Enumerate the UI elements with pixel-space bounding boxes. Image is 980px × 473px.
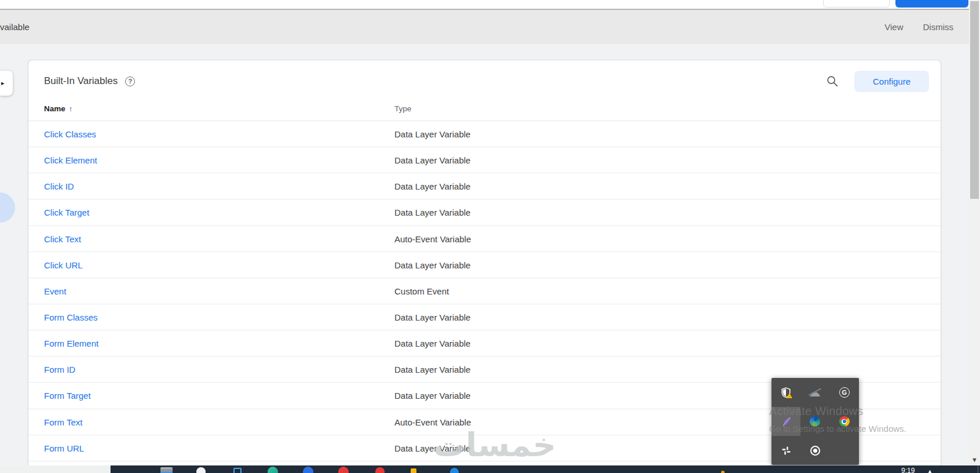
variable-name-link[interactable]: Form Element: [44, 339, 98, 348]
grammarly-icon[interactable]: G: [830, 378, 859, 407]
variable-type: Data Layer Variable: [394, 339, 470, 348]
taskbar-yellow-app-icon[interactable]: [411, 468, 416, 473]
variable-name-link[interactable]: Form Classes: [44, 312, 98, 322]
variable-name-link[interactable]: Form Target: [44, 391, 91, 401]
search-icon[interactable]: [825, 74, 839, 88]
variable-name-link[interactable]: Click Classes: [44, 129, 96, 139]
sort-ascending-icon: ↑: [69, 104, 73, 113]
taskbar-blue-app-icon[interactable]: [303, 467, 313, 473]
variable-name-link[interactable]: Click Element: [44, 155, 97, 165]
variable-name-link[interactable]: Form ID: [44, 365, 75, 374]
warning-triangle-icon: [787, 393, 792, 398]
help-icon[interactable]: ?: [125, 77, 135, 86]
tray-empty-cell: [830, 436, 859, 465]
variable-type: Data Layer Variable: [394, 155, 470, 165]
vertical-scrollbar[interactable]: ▼: [969, 0, 980, 465]
notification-bar: vailable View Dismiss: [0, 10, 980, 44]
variable-name-link[interactable]: Click Target: [44, 208, 89, 217]
record-dot-icon[interactable]: [800, 436, 829, 465]
taskbar-teal-app-icon[interactable]: [268, 467, 278, 473]
scrollbar-down-arrow-icon[interactable]: ▼: [969, 456, 980, 463]
top-strip-shadow: [0, 9, 980, 10]
taskbar-blue-window-icon[interactable]: [233, 468, 242, 473]
variable-type: Custom Event: [394, 286, 449, 296]
slack-pinwheel-icon[interactable]: [771, 436, 800, 465]
table-row: Click Classes Data Layer Variable: [28, 121, 941, 147]
page-title: Built-In Variables: [44, 75, 118, 87]
activate-windows-line1: Activate Windows: [769, 405, 906, 418]
table-row: Event Custom Event: [28, 278, 941, 304]
activate-windows-line2: Go to Settings to activate Windows.: [769, 424, 906, 434]
side-panel-expand-handle[interactable]: ▸: [0, 71, 13, 96]
configure-button[interactable]: Configure: [854, 71, 929, 92]
variable-type: Data Layer Variable: [394, 208, 470, 217]
variable-name-link[interactable]: Event: [44, 286, 66, 296]
variable-type: Data Layer Variable: [394, 391, 470, 401]
taskbar-orange-dot-icon: [721, 471, 725, 473]
table-row: Form Element Data Layer Variable: [28, 330, 941, 356]
windows-taskbar: 9:19 ▲: [0, 465, 980, 473]
taskbar-keyboard-icon[interactable]: [160, 467, 173, 473]
column-header-name[interactable]: Name↑: [44, 104, 72, 113]
card-header: Built-In Variables ? Configure: [28, 60, 941, 96]
variable-type: Data Layer Variable: [394, 365, 470, 374]
table-column-headers: Name↑ Type: [28, 96, 941, 121]
variable-name-link[interactable]: Click Text: [44, 234, 81, 243]
taskbar-clock: 9:19: [901, 467, 915, 473]
khamsat-watermark: خمسات: [405, 426, 556, 464]
variable-name-link[interactable]: Click URL: [44, 260, 83, 270]
variable-name-link[interactable]: Form URL: [44, 443, 84, 453]
table-row: Click Text Auto-Event Variable: [28, 226, 941, 252]
table-row: Form Classes Data Layer Variable: [28, 304, 941, 330]
notification-actions: View Dismiss: [884, 22, 953, 32]
activate-windows-watermark: Activate Windows Go to Settings to activ…: [769, 405, 906, 434]
table-row: Click Element Data Layer Variable: [28, 147, 941, 173]
variable-name-link[interactable]: Form Text: [44, 417, 82, 427]
windows-defender-icon[interactable]: [771, 378, 800, 407]
column-header-type[interactable]: Type: [394, 104, 411, 113]
browser-top-strip: [0, 0, 980, 10]
preview-button-cutoff[interactable]: [823, 0, 890, 8]
submit-button-cutoff[interactable]: [895, 0, 968, 8]
hidden-icons-caret-icon[interactable]: ▲: [927, 468, 933, 473]
view-button[interactable]: View: [884, 22, 903, 32]
chevron-right-icon: ▸: [1, 79, 5, 87]
onedrive-offline-icon[interactable]: ☁: [800, 378, 829, 407]
variable-type: Data Layer Variable: [394, 129, 470, 139]
taskbar-red-app-icon[interactable]: [338, 467, 349, 473]
table-row: Click ID Data Layer Variable: [28, 173, 941, 199]
table-row: Click URL Data Layer Variable: [28, 252, 941, 278]
taskbar-search-box[interactable]: [0, 465, 111, 473]
scrollbar-thumb[interactable]: [970, 1, 979, 199]
variable-type: Data Layer Variable: [394, 181, 470, 191]
variable-type: Auto-Event Variable: [394, 234, 471, 243]
table-row: Click Target Data Layer Variable: [28, 199, 941, 225]
taskbar-blue-app-2-icon[interactable]: [450, 468, 459, 473]
variable-name-link[interactable]: Click ID: [44, 181, 74, 191]
taskbar-red-app-2-icon[interactable]: [375, 467, 385, 473]
show-desktop-divider[interactable]: [978, 465, 978, 473]
notification-message: vailable: [0, 22, 30, 32]
variable-type: Data Layer Variable: [394, 260, 470, 270]
variable-type: Data Layer Variable: [394, 312, 470, 322]
variable-type: Auto-Event Variable: [394, 417, 471, 427]
taskbar-white-app-icon[interactable]: [196, 467, 206, 473]
dismiss-button[interactable]: Dismiss: [923, 22, 954, 32]
